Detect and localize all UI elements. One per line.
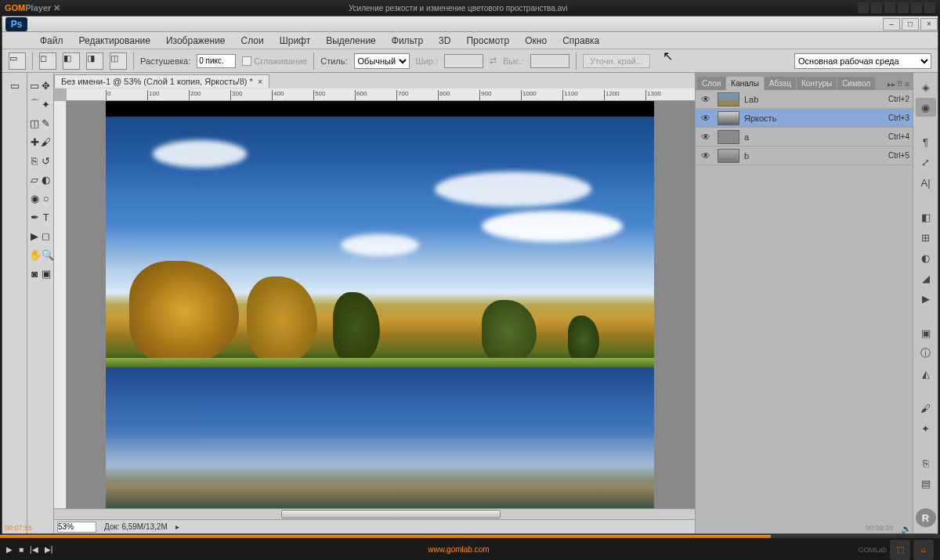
- type-tool-icon[interactable]: T: [41, 208, 52, 226]
- shape-tool-icon[interactable]: ◻: [41, 227, 52, 244]
- ps-close-button[interactable]: ×: [920, 18, 938, 31]
- lasso-tool-icon[interactable]: ⌒: [29, 96, 41, 113]
- zoom-tool-icon[interactable]: 🔍: [42, 246, 54, 263]
- channel-row-Яркость[interactable]: 👁ЯркостьCtrl+3: [696, 109, 913, 128]
- panel-tab-3[interactable]: Контуры: [797, 77, 837, 90]
- eyedropper-tool-icon[interactable]: ✎: [41, 114, 52, 132]
- document-tab[interactable]: Без имени-1 @ 53% (Слой 1 копия, Яркость…: [54, 74, 269, 88]
- history-brush-icon[interactable]: ↺: [41, 152, 52, 169]
- move-tool-icon[interactable]: ✥: [41, 77, 52, 94]
- actions-panel-icon[interactable]: ▶: [916, 289, 936, 308]
- ps-min-button[interactable]: –: [883, 18, 900, 31]
- next-button[interactable]: ▶|: [45, 545, 53, 554]
- sel-intersect-icon[interactable]: ◫: [110, 52, 127, 70]
- panel-tab-1[interactable]: Каналы: [726, 77, 764, 90]
- menu-Выделение[interactable]: Выделение: [320, 34, 382, 48]
- antialias-checkbox[interactable]: [242, 56, 251, 66]
- character-panel-icon[interactable]: A|: [916, 173, 936, 192]
- menu-Просмотр[interactable]: Просмотр: [460, 34, 515, 48]
- menu-Справка[interactable]: Справка: [556, 34, 606, 48]
- channel-row-b[interactable]: 👁bCtrl+5: [696, 146, 913, 165]
- menu-Фильтр[interactable]: Фильтр: [385, 34, 429, 48]
- layers-panel-icon[interactable]: ◈: [916, 78, 936, 96]
- quickmask-icon[interactable]: ◙: [29, 265, 41, 282]
- panel-tab-4[interactable]: Символ: [837, 77, 875, 90]
- stamp-tool-icon[interactable]: ⎘: [29, 152, 41, 169]
- swatches-panel-icon[interactable]: ⊞: [916, 228, 936, 247]
- channel-row-a[interactable]: 👁aCtrl+4: [696, 128, 913, 146]
- dodge-tool-icon[interactable]: ○: [41, 190, 52, 207]
- marquee-tool-icon[interactable]: ▭: [29, 77, 41, 94]
- volume-icon[interactable]: 🔊: [901, 524, 912, 534]
- sel-add-icon[interactable]: ◧: [63, 52, 80, 70]
- feather-input[interactable]: [197, 54, 236, 68]
- h-scrollbar[interactable]: [54, 508, 695, 519]
- color-panel-icon[interactable]: ◧: [916, 208, 936, 226]
- brush-tool-icon[interactable]: 🖌: [41, 133, 52, 150]
- sel-sub-icon[interactable]: ◨: [86, 52, 103, 70]
- progress-bar[interactable]: [0, 535, 940, 538]
- minibridge-icon[interactable]: R: [916, 508, 936, 527]
- open-button[interactable]: ⬚: [890, 540, 910, 560]
- gom-btn-1[interactable]: [858, 2, 869, 13]
- navigator-panel-icon[interactable]: ▣: [916, 323, 936, 342]
- play-button[interactable]: ▶: [6, 545, 13, 554]
- panel-tab-0[interactable]: Слои: [697, 77, 725, 90]
- transform-panel-icon[interactable]: ⤢: [916, 153, 936, 172]
- eraser-tool-icon[interactable]: ▱: [29, 171, 41, 188]
- menu-Шрифт[interactable]: Шрифт: [273, 34, 316, 48]
- pen-tool-icon[interactable]: ✒: [29, 208, 41, 226]
- menu-Окно[interactable]: Окно: [519, 34, 553, 48]
- panel-menu-icon[interactable]: ▸▸ ⠿ ≡: [886, 78, 911, 90]
- menu-Редактирование[interactable]: Редактирование: [73, 34, 157, 48]
- info-panel-icon[interactable]: ⓘ: [916, 344, 936, 363]
- panel-tab-2[interactable]: Абзац: [765, 77, 796, 90]
- visibility-icon[interactable]: 👁: [699, 150, 713, 161]
- styles-panel-icon[interactable]: ◐: [916, 248, 936, 267]
- screenmode-icon[interactable]: ▣: [41, 265, 52, 282]
- doc-info-arrow-icon[interactable]: ▸: [175, 522, 179, 531]
- gom-min[interactable]: [898, 2, 909, 13]
- screen-mode-icon[interactable]: ▭: [5, 77, 25, 94]
- ps-max-button[interactable]: □: [902, 18, 919, 31]
- blur-tool-icon[interactable]: ◉: [29, 190, 41, 207]
- home-button[interactable]: ⌂: [913, 540, 934, 560]
- marquee-tool-preset-icon[interactable]: ▭: [9, 52, 26, 70]
- gradient-tool-icon[interactable]: ◐: [41, 171, 52, 188]
- notes-panel-icon[interactable]: ▤: [916, 474, 936, 493]
- clone-panel-icon[interactable]: ⎘: [916, 453, 936, 472]
- gom-close[interactable]: [924, 2, 935, 13]
- menu-3D[interactable]: 3D: [432, 34, 457, 48]
- menu-Файл[interactable]: Файл: [34, 34, 70, 48]
- paragraph-panel-icon[interactable]: ¶: [916, 132, 936, 151]
- histogram-panel-icon[interactable]: ◭: [916, 364, 936, 383]
- refine-edge-button[interactable]: Уточн. край...: [583, 54, 650, 68]
- canvas[interactable]: [67, 101, 695, 508]
- gom-btn-3[interactable]: [884, 2, 895, 13]
- channel-row-Lab[interactable]: 👁LabCtrl+2: [696, 90, 913, 109]
- adjustments-panel-icon[interactable]: ◢: [916, 269, 936, 287]
- stop-button[interactable]: ■: [19, 545, 24, 554]
- gom-url[interactable]: www.gomlab.com: [59, 545, 858, 554]
- gom-max[interactable]: [911, 2, 922, 13]
- menu-Изображение[interactable]: Изображение: [160, 34, 232, 48]
- path-select-icon[interactable]: ▶: [29, 227, 41, 244]
- wand-tool-icon[interactable]: ✦: [41, 96, 52, 113]
- swap-icon[interactable]: ⇄: [490, 56, 497, 66]
- sel-new-icon[interactable]: ◻: [39, 52, 56, 70]
- hand-tool-icon[interactable]: ✋: [29, 246, 42, 263]
- style-select[interactable]: Обычный: [354, 53, 410, 69]
- visibility-icon[interactable]: 👁: [699, 94, 713, 105]
- crop-tool-icon[interactable]: ◫: [29, 114, 41, 132]
- channels-panel-icon[interactable]: ◉: [916, 98, 936, 117]
- visibility-icon[interactable]: 👁: [699, 113, 713, 124]
- brushpreset-panel-icon[interactable]: ✦: [916, 419, 936, 438]
- heal-tool-icon[interactable]: ✚: [29, 133, 41, 150]
- menu-Слои[interactable]: Слои: [235, 34, 270, 48]
- brush-panel-icon[interactable]: 🖌: [916, 399, 936, 417]
- visibility-icon[interactable]: 👁: [699, 132, 713, 143]
- height-input[interactable]: [530, 54, 569, 68]
- workspace-select[interactable]: Основная рабочая среда: [794, 53, 931, 69]
- prev-button[interactable]: |◀: [30, 545, 38, 554]
- width-input[interactable]: [444, 54, 483, 68]
